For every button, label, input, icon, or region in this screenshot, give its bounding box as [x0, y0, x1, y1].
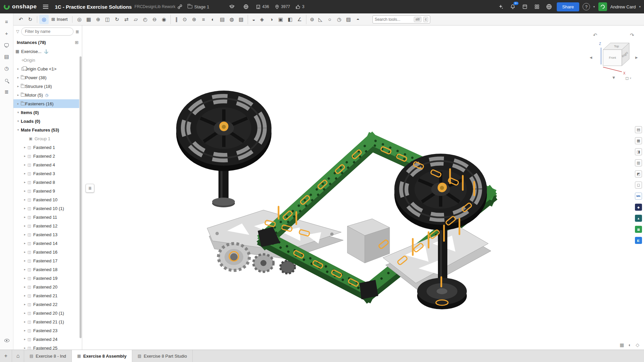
sketch-icon[interactable]: ◺	[315, 15, 325, 24]
copies-stat[interactable]: 436	[256, 4, 269, 9]
tree-item[interactable]: ▸ Fastened 20 (1)	[13, 309, 79, 317]
tree-item[interactable]: ▸ Fastened 24	[13, 335, 79, 344]
expand-arrow-icon[interactable]: ▸	[15, 102, 21, 105]
gear-relation-icon[interactable]: ⊛	[189, 15, 199, 24]
revolute-mate-icon[interactable]: ↻	[112, 15, 121, 24]
hole-icon[interactable]: ○	[325, 15, 334, 24]
comments-icon[interactable]	[2, 40, 11, 50]
expand-arrow-icon[interactable]: ▸	[22, 250, 28, 254]
omni-wheel-left[interactable]	[176, 91, 271, 171]
expand-arrow-icon[interactable]: ▾	[15, 119, 21, 123]
expand-arrow-icon[interactable]: ▸	[22, 242, 28, 245]
tree-item[interactable]: ▸ Fastened 9	[13, 187, 79, 195]
redo-icon[interactable]: ↻	[26, 15, 35, 24]
expand-arrow-icon[interactable]: ▸	[22, 189, 28, 193]
expand-arrow-icon[interactable]: ▸	[22, 338, 28, 341]
instance-list-icon[interactable]: ≡	[2, 17, 11, 26]
tree-item[interactable]: ▸ Fastened 22	[13, 300, 79, 309]
filter-input[interactable]	[21, 28, 73, 36]
apps-grid-icon[interactable]	[533, 2, 541, 11]
tree-item[interactable]: ▸ Fasteners (16)	[13, 99, 79, 108]
explode-view-icon[interactable]: ◈	[257, 15, 266, 24]
measure-icon[interactable]: ∠	[295, 15, 304, 24]
expand-arrow-icon[interactable]: ▸	[15, 85, 21, 88]
measure-panel-icon[interactable]: ◻	[635, 182, 642, 189]
search-tools-input[interactable]	[375, 17, 412, 22]
dark-app-icon[interactable]: ◆	[635, 204, 642, 211]
tree-item[interactable]: ▸ Fastened 12	[13, 221, 79, 230]
tree-item[interactable]: ▸ Structure (18)	[13, 82, 79, 91]
expand-arrow-icon[interactable]: ▸	[22, 311, 28, 315]
expand-arrow-icon[interactable]: ▸	[22, 215, 28, 219]
snap-mode-icon[interactable]: ◒	[248, 15, 257, 24]
teal-app-icon[interactable]: ▲	[635, 215, 642, 222]
tree-item[interactable]: ▸ Fastened 21	[13, 291, 79, 300]
tree-item[interactable]: ▸ Fastened 8	[13, 178, 79, 187]
tree-item[interactable]: ▸ Fastened 10	[13, 195, 79, 204]
sidebar-scrollbar[interactable]	[80, 56, 82, 338]
tree-item[interactable]: ▸ Fastened 13	[13, 230, 79, 239]
configurations-icon[interactable]: ▨	[344, 15, 353, 24]
properties-panel-icon[interactable]: ▤	[2, 52, 11, 61]
tree-item[interactable]: ▸ Fastened 1	[13, 143, 79, 152]
expand-arrow-icon[interactable]: ▸	[22, 207, 28, 210]
expand-arrow-icon[interactable]: ▸	[22, 198, 28, 201]
configuration-panel-icon[interactable]: ▥	[635, 159, 642, 166]
user-menu-caret-icon[interactable]: ▾	[639, 5, 641, 8]
grid-view-icon[interactable]: ▦	[620, 342, 624, 348]
display-states-icon[interactable]: ◑	[266, 15, 276, 24]
linear-pattern-icon[interactable]: ▤	[217, 15, 227, 24]
rotate-ccw-icon[interactable]: ↶	[593, 32, 597, 38]
tree-item[interactable]: ▾ Loads (0)	[13, 117, 79, 125]
omni-wheel-right[interactable]	[394, 154, 487, 230]
select-tool-icon[interactable]: ◎	[39, 15, 49, 24]
expand-arrow-icon[interactable]: ▸	[15, 93, 21, 97]
expand-arrow-icon[interactable]: ▸	[22, 329, 28, 332]
expand-arrow-icon[interactable]: ▸	[22, 268, 28, 271]
cylindrical-mate-icon[interactable]: ◴	[140, 15, 150, 24]
home-button[interactable]: ⌂	[12, 350, 24, 362]
share-button[interactable]: Share	[557, 2, 579, 11]
expand-arrow-icon[interactable]: ▸	[22, 163, 28, 166]
expand-arrow-icon[interactable]: ▸	[22, 180, 28, 184]
new-folder-icon[interactable]: ⊞	[75, 40, 79, 45]
tree-item[interactable]: ▸ Fastened 4	[13, 160, 79, 169]
ai-assistant-icon[interactable]	[496, 2, 505, 11]
insert-tool-icon[interactable]: +	[2, 29, 11, 38]
tree-item[interactable]: ▸ Fastened 21 (1)	[13, 317, 79, 326]
user-avatar[interactable]	[598, 2, 607, 11]
reference-cube[interactable]	[347, 219, 390, 263]
tree-item[interactable]: ▸ Fastened 19	[13, 274, 79, 282]
mate-icon[interactable]: ◎	[75, 15, 84, 24]
notifications-bell-icon[interactable]: 9+	[508, 2, 517, 11]
appearance-icon[interactable]: ◓	[353, 15, 362, 24]
expand-arrow-icon[interactable]: ▸	[22, 233, 28, 236]
expand-arrow-icon[interactable]: ▸	[22, 154, 28, 158]
list-view-icon[interactable]: ≣	[76, 29, 79, 34]
org-globe-icon[interactable]	[545, 2, 553, 11]
view-cube-menu[interactable]: ◻ ▾	[626, 76, 632, 81]
expand-arrow-icon[interactable]: ▸	[22, 146, 28, 149]
ball-mate-icon[interactable]: ◉	[159, 15, 168, 24]
tree-item[interactable]: ▸ Fastened 11	[13, 213, 79, 221]
likes-stat[interactable]: 3	[295, 4, 304, 9]
help-caret-icon[interactable]: ▾	[593, 5, 595, 8]
expand-arrow-icon[interactable]: ▸	[22, 285, 28, 289]
tree-item[interactable]: ▸ Fastened 25	[13, 344, 79, 350]
expand-arrow-icon[interactable]: ▸	[22, 276, 28, 280]
tangent-relation-icon[interactable]: ⊙	[180, 15, 189, 24]
circular-pattern-icon[interactable]: ◍	[227, 15, 236, 24]
feature-list-flyout-button[interactable]: ≣	[86, 184, 94, 193]
onshape-logo[interactable]: onshape	[3, 3, 37, 10]
expand-arrow-icon[interactable]: ▸	[22, 320, 28, 323]
fastened-mate-icon[interactable]: ◫	[103, 15, 112, 24]
add-tab-button[interactable]: +	[0, 350, 12, 362]
named-positions-icon[interactable]: ▣	[276, 15, 285, 24]
public-globe-icon[interactable]	[242, 2, 250, 11]
filter-funnel-icon[interactable]: ▽	[16, 29, 19, 34]
split-app-icon[interactable]: ◧	[635, 237, 642, 244]
main-menu-icon[interactable]	[41, 2, 50, 11]
slider-mate-icon[interactable]: ⇄	[121, 15, 131, 24]
rotate-right-icon[interactable]: ▸	[635, 54, 638, 60]
search-panel-icon[interactable]	[2, 75, 11, 85]
